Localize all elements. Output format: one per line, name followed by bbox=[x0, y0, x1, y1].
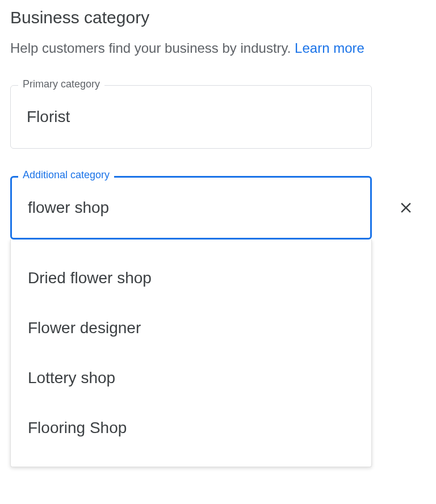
clear-button[interactable] bbox=[395, 196, 417, 219]
primary-category-field: Primary category bbox=[10, 85, 426, 149]
primary-category-input[interactable] bbox=[10, 85, 372, 149]
primary-category-label: Primary category bbox=[18, 78, 104, 90]
additional-category-input[interactable] bbox=[10, 176, 372, 240]
suggestions-dropdown: Dried flower shop Flower designer Lotter… bbox=[10, 240, 372, 467]
suggestion-item[interactable]: Flower designer bbox=[11, 303, 371, 353]
help-description: Help customers find your business by ind… bbox=[10, 40, 295, 56]
suggestion-item[interactable]: Dried flower shop bbox=[11, 253, 371, 303]
learn-more-link[interactable]: Learn more bbox=[295, 40, 364, 56]
additional-category-label: Additional category bbox=[18, 169, 114, 181]
close-icon bbox=[397, 199, 414, 216]
help-text: Help customers find your business by ind… bbox=[10, 39, 426, 58]
suggestion-item[interactable]: Lottery shop bbox=[11, 353, 371, 403]
additional-category-field: Additional category bbox=[10, 176, 426, 240]
page-title: Business category bbox=[10, 8, 426, 27]
suggestion-item[interactable]: Flooring Shop bbox=[11, 403, 371, 453]
